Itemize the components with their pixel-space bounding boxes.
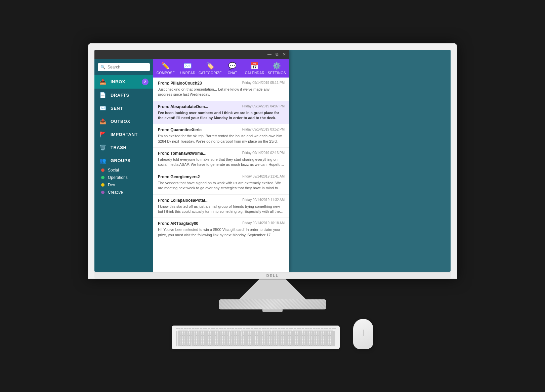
email-list: From: PillalooCouch23 Friday 09/14/2019 … [153,78,289,272]
email-item-2[interactable]: From: QuarantineXeric Friday 09/14/2019 … [153,124,289,148]
brand-label: DELL [266,274,279,278]
monitor-base [219,299,326,309]
settings-icon: ⚙️ [272,62,281,70]
social-label: Social [108,168,119,173]
email-app-content: 🔍 📥 INBOX 2 📄 DRAFTS [94,59,289,272]
toolbar-compose[interactable]: ✏️ COMPOSE [157,62,174,75]
email-item-1[interactable]: From: AbsquatulateOsm... Friday 09/14/20… [153,101,289,125]
email-from-0: From: PillalooCouch23 [158,81,202,86]
groups-label: GROUPS [111,158,130,163]
email-item-5[interactable]: From: LollapaloosaPotat... Friday 09/14/… [153,195,289,218]
monitor-screen: — ⧉ ✕ ✦ ✦ ✦ ✦ ✦ ✦ ✦ ✦ ✦ ✦ ✦ ✦ [94,50,451,272]
search-icon: 🔍 [100,65,106,69]
email-window: — ⧉ ✕ 🔍 📥 INBOX 2 [94,50,289,272]
calendar-label: CALENDAR [245,71,264,75]
monitor-wrapper: — ⧉ ✕ ✦ ✦ ✦ ✦ ✦ ✦ ✦ ✦ ✦ ✦ ✦ ✦ [88,43,457,349]
compose-icon: ✏️ [161,62,170,70]
group-item-creative[interactable]: Creative [99,189,149,196]
email-main-area: ✏️ COMPOSE ✉️ UNREAD 🏷️ CATEGORIZE [153,59,289,272]
group-item-operations[interactable]: Operations [99,174,149,181]
groups-icon: 👥 [99,157,107,164]
minimize-btn[interactable]: — [267,52,272,57]
unread-icon: ✉️ [183,62,192,70]
email-date-6: Friday 09/14/2019 10:18 AM [242,221,285,226]
chat-icon: 💬 [228,62,237,70]
drafts-icon: 📄 [99,92,107,98]
email-from-1: From: AbsquatulateOsm... [158,104,208,109]
unread-label: UNREAD [180,71,195,75]
settings-label: SETTINGS [268,71,286,75]
email-item-6[interactable]: From: ARTbaglady00 Friday 09/14/2019 10:… [153,218,289,241]
inbox-badge: 2 [142,79,149,85]
social-dot [101,168,104,172]
email-from-2: From: QuarantineXeric [158,128,202,132]
toolbar-chat[interactable]: 💬 CHAT [224,62,241,75]
email-preview-2: I'm so excited for the ski trip! Barrett… [158,134,285,144]
sidebar-item-sent[interactable]: ✉️ SENT [94,102,153,115]
operations-dot [101,176,104,179]
dev-label: Dev [108,183,115,187]
peripherals [88,319,457,349]
monitor-base-support [262,309,283,312]
important-label: IMPORTANT [111,132,138,137]
calendar-icon: 📅 [250,62,259,70]
maximize-btn[interactable]: ⧉ [275,52,279,57]
operations-label: Operations [108,175,128,180]
toolbar: ✏️ COMPOSE ✉️ UNREAD 🏷️ CATEGORIZE [153,59,289,78]
email-from-5: From: LollapaloosaPotat... [158,198,209,203]
toolbar-unread[interactable]: ✉️ UNREAD [179,62,196,75]
mouse [353,319,373,349]
email-date-2: Friday 09/14/2019 03:52 PM [242,128,285,132]
sidebar-item-drafts[interactable]: 📄 DRAFTS [94,89,153,102]
trash-label: TRASH [111,145,126,150]
keyboard [172,326,340,349]
creative-label: Creative [108,190,123,195]
email-from-3: From: TomahawkWoma... [158,151,206,156]
toolbar-categorize[interactable]: 🏷️ CATEGORIZE [202,62,219,75]
sent-icon: ✉️ [99,105,107,111]
email-date-1: Friday 09/14/2019 04:07 PM [242,104,285,109]
groups-section: 👥 GROUPS Social Operations [94,154,153,198]
email-preview-0: Just checking on that presentation... Le… [158,87,285,97]
groups-header: 👥 GROUPS [99,157,149,164]
monitor-neck [239,279,306,299]
drafts-label: DRAFTS [111,93,129,98]
email-preview-3: I already told everyone to make sure tha… [158,157,285,167]
email-preview-4: The vendors that have signed on to work … [158,181,285,191]
sidebar-item-trash[interactable]: 🗑️ TRASH [94,141,153,154]
compose-label: COMPOSE [157,71,175,75]
search-box: 🔍 [98,63,150,71]
chat-label: CHAT [228,71,237,75]
email-date-0: Friday 09/14/2019 05:11 PM [242,81,285,86]
email-date-5: Friday 09/14/2019 11:32 AM [242,198,285,203]
email-preview-6: Hi! You've been selected to win a $500 V… [158,227,285,238]
window-titlebar: — ⧉ ✕ [94,50,289,59]
sidebar-item-outbox[interactable]: 📤 OUTBOX [94,115,153,128]
creative-dot [101,191,104,194]
email-preview-1: I've been looking over numbers and I thi… [158,110,285,121]
toolbar-calendar[interactable]: 📅 CALENDAR [246,62,263,75]
email-item-4[interactable]: From: Georgiemyers2 Friday 09/14/2019 11… [153,171,289,195]
outbox-label: OUTBOX [111,119,130,124]
toolbar-settings[interactable]: ⚙️ SETTINGS [268,62,285,75]
inbox-label: INBOX [111,79,125,84]
sidebar-item-important[interactable]: 🚩 IMPORTANT [94,128,153,141]
email-from-6: From: ARTbaglady00 [158,221,198,226]
email-date-4: Friday 09/14/2019 11:41 AM [242,175,285,179]
email-from-4: From: Georgiemyers2 [158,175,200,179]
email-item-3[interactable]: From: TomahawkWoma... Friday 09/14/2019 … [153,148,289,171]
categorize-label: CATEGORIZE [199,71,222,75]
inbox-icon: 📥 [99,79,107,85]
search-input[interactable] [108,65,147,69]
sidebar-item-inbox[interactable]: 📥 INBOX 2 [94,75,153,89]
group-item-social[interactable]: Social [99,166,149,174]
email-date-3: Friday 09/14/2019 02:13 PM [242,151,285,156]
close-btn[interactable]: ✕ [282,52,287,57]
email-preview-5: I know this started off as just a small … [158,204,285,214]
sent-label: SENT [111,106,123,111]
email-item-0[interactable]: From: PillalooCouch23 Friday 09/14/2019 … [153,78,289,101]
group-item-dev[interactable]: Dev [99,181,149,189]
monitor-chin: DELL [94,272,451,279]
monitor-bezel: — ⧉ ✕ ✦ ✦ ✦ ✦ ✦ ✦ ✦ ✦ ✦ ✦ ✦ ✦ [88,43,457,280]
trash-icon: 🗑️ [99,144,107,151]
